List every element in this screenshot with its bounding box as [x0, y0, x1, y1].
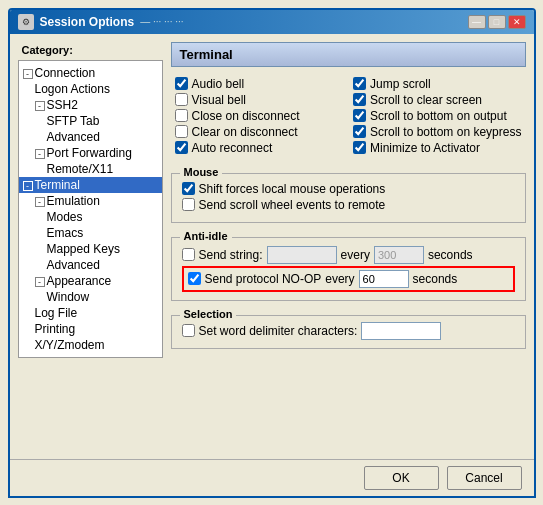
label-every-2: every	[325, 272, 354, 286]
panel-header: Terminal	[171, 42, 526, 67]
sidebar-item-emulation[interactable]: -Emulation	[19, 193, 162, 209]
dialog-body: Category: -Connection Logon Actions -SSH…	[10, 34, 534, 459]
sidebar-item-window[interactable]: Window	[19, 289, 162, 305]
anti-idle-section-label: Anti-idle	[180, 230, 232, 242]
checkbox-shift-forces-mouse[interactable]	[182, 182, 195, 195]
sidebar-item-xyzmodem[interactable]: X/Y/Zmodem	[19, 337, 162, 353]
anti-idle-section: Anti-idle Send string: every seconds Sen…	[171, 237, 526, 301]
sidebar-item-printing[interactable]: Printing	[19, 321, 162, 337]
expander-terminal[interactable]: -	[23, 181, 33, 191]
checkbox-scroll-bottom-output[interactable]	[353, 109, 366, 122]
label-word-delimiter: Set word delimiter characters:	[199, 324, 358, 338]
option-minimize-activator: Minimize to Activator	[353, 141, 522, 155]
label-send-noop: Send protocol NO-OP	[205, 272, 322, 286]
checkbox-clear-on-disconnect[interactable]	[175, 125, 188, 138]
sidebar-item-advanced-emulation[interactable]: Advanced	[19, 257, 162, 273]
minimize-button[interactable]: —	[468, 15, 486, 29]
option-scroll-bottom-keypress: Scroll to bottom on keypress	[353, 125, 522, 139]
label-audio-bell: Audio bell	[192, 77, 245, 91]
sidebar-item-terminal[interactable]: -Terminal	[19, 177, 162, 193]
label-jump-scroll: Jump scroll	[370, 77, 431, 91]
checkbox-send-noop[interactable]	[188, 272, 201, 285]
label-scroll-clear-screen: Scroll to clear screen	[370, 93, 482, 107]
sidebar-item-mapped-keys[interactable]: Mapped Keys	[19, 241, 162, 257]
sidebar-item-emacs[interactable]: Emacs	[19, 225, 162, 241]
option-audio-bell: Audio bell	[175, 77, 344, 91]
expander-emulation[interactable]: -	[35, 197, 45, 207]
option-send-scroll-wheel: Send scroll wheel events to remote	[182, 198, 515, 212]
option-scroll-clear-screen: Scroll to clear screen	[353, 93, 522, 107]
selection-section: Selection Set word delimiter characters:	[171, 315, 526, 349]
main-panel: Terminal Audio bell Visual bell	[171, 42, 526, 451]
checkbox-visual-bell[interactable]	[175, 93, 188, 106]
option-shift-forces-mouse: Shift forces local mouse operations	[182, 182, 515, 196]
label-send-scroll-wheel: Send scroll wheel events to remote	[199, 198, 386, 212]
label-close-on-disconnect: Close on disconnect	[192, 109, 300, 123]
ok-button[interactable]: OK	[364, 466, 439, 490]
label-every-1: every	[341, 248, 370, 262]
sidebar-item-advanced-ssh2[interactable]: Advanced	[19, 129, 162, 145]
sidebar-tree: -Connection Logon Actions -SSH2 SFTP Tab…	[18, 60, 163, 358]
checkbox-send-string[interactable]	[182, 248, 195, 261]
checkbox-audio-bell[interactable]	[175, 77, 188, 90]
sidebar-item-log-file[interactable]: Log File	[19, 305, 162, 321]
terminal-options-grid: Audio bell Visual bell Close on disconne…	[171, 73, 526, 159]
cancel-button[interactable]: Cancel	[447, 466, 522, 490]
label-seconds-2: seconds	[413, 272, 458, 286]
label-shift-forces-mouse: Shift forces local mouse operations	[199, 182, 386, 196]
terminal-col2: Jump scroll Scroll to clear screen Scrol…	[353, 75, 522, 157]
label-scroll-bottom-output: Scroll to bottom on output	[370, 109, 507, 123]
expander-port-forwarding[interactable]: -	[35, 149, 45, 159]
option-clear-on-disconnect: Clear on disconnect	[175, 125, 344, 139]
title-bar: ⚙ Session Options — ··· ··· ··· — □ ✕	[10, 10, 534, 34]
expander-connection[interactable]: -	[23, 69, 33, 79]
expander-ssh2[interactable]: -	[35, 101, 45, 111]
sidebar-item-appearance[interactable]: -Appearance	[19, 273, 162, 289]
mouse-section: Mouse Shift forces local mouse operation…	[171, 173, 526, 223]
sidebar-item-remote-x11[interactable]: Remote/X11	[19, 161, 162, 177]
title-extra: — ··· ··· ···	[140, 16, 183, 27]
sidebar-item-logon-actions[interactable]: Logon Actions	[19, 81, 162, 97]
option-visual-bell: Visual bell	[175, 93, 344, 107]
mouse-section-label: Mouse	[180, 166, 223, 178]
label-auto-reconnect: Auto reconnect	[192, 141, 273, 155]
label-scroll-bottom-keypress: Scroll to bottom on keypress	[370, 125, 521, 139]
expander-appearance[interactable]: -	[35, 277, 45, 287]
option-auto-reconnect: Auto reconnect	[175, 141, 344, 155]
send-string-interval-input[interactable]	[374, 246, 424, 264]
category-label: Category:	[18, 42, 163, 58]
checkbox-send-scroll-wheel[interactable]	[182, 198, 195, 211]
checkbox-auto-reconnect[interactable]	[175, 141, 188, 154]
maximize-button[interactable]: □	[488, 15, 506, 29]
label-send-string: Send string:	[199, 248, 263, 262]
word-delimiter-row: Set word delimiter characters:	[182, 322, 515, 340]
dialog-footer: OK Cancel	[10, 459, 534, 496]
sidebar-item-port-forwarding[interactable]: -Port Forwarding	[19, 145, 162, 161]
title-buttons: — □ ✕	[468, 15, 526, 29]
anti-idle-send-string-row: Send string: every seconds	[182, 246, 515, 264]
label-minimize-activator: Minimize to Activator	[370, 141, 480, 155]
option-jump-scroll: Jump scroll	[353, 77, 522, 91]
checkbox-word-delimiter[interactable]	[182, 324, 195, 337]
sidebar-item-sftp-tab[interactable]: SFTP Tab	[19, 113, 162, 129]
sidebar-item-ssh2[interactable]: -SSH2	[19, 97, 162, 113]
sidebar-item-modes[interactable]: Modes	[19, 209, 162, 225]
label-visual-bell: Visual bell	[192, 93, 246, 107]
selection-section-label: Selection	[180, 308, 237, 320]
dialog-icon: ⚙	[18, 14, 34, 30]
sidebar-item-connection[interactable]: -Connection	[19, 65, 162, 81]
anti-idle-noop-row: Send protocol NO-OP every seconds	[182, 266, 515, 292]
checkbox-jump-scroll[interactable]	[353, 77, 366, 90]
label-clear-on-disconnect: Clear on disconnect	[192, 125, 298, 139]
checkbox-minimize-activator[interactable]	[353, 141, 366, 154]
dialog-title: Session Options	[40, 15, 135, 29]
word-delimiter-input[interactable]	[361, 322, 441, 340]
session-options-dialog: ⚙ Session Options — ··· ··· ··· — □ ✕ Ca…	[8, 8, 536, 498]
close-button[interactable]: ✕	[508, 15, 526, 29]
send-string-input[interactable]	[267, 246, 337, 264]
checkbox-scroll-bottom-keypress[interactable]	[353, 125, 366, 138]
checkbox-scroll-clear-screen[interactable]	[353, 93, 366, 106]
noop-interval-input[interactable]	[359, 270, 409, 288]
checkbox-close-on-disconnect[interactable]	[175, 109, 188, 122]
label-seconds-1: seconds	[428, 248, 473, 262]
